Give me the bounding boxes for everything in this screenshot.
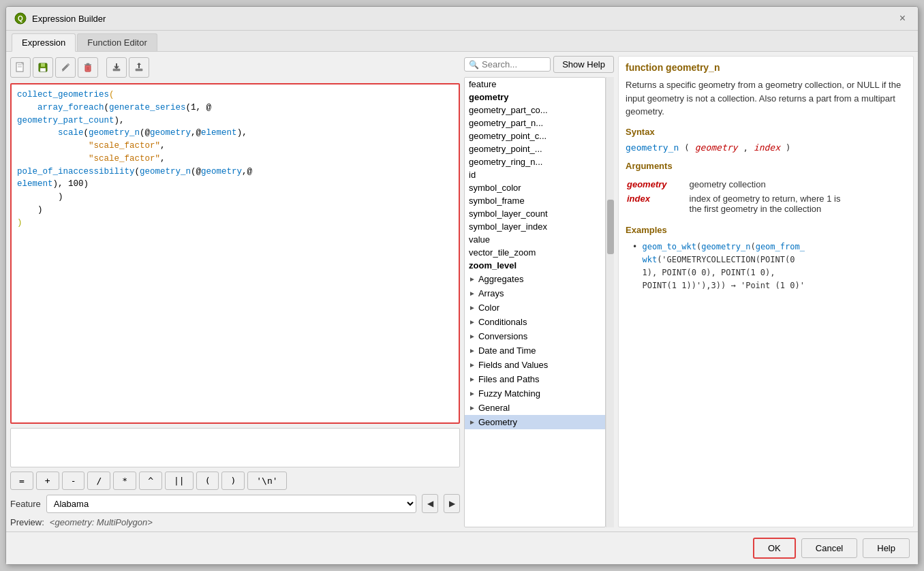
cat-conversions-arrow: ► <box>469 333 476 340</box>
tab-expression[interactable]: Expression <box>12 33 76 52</box>
middle-panel: 🔍 Show Help feature geometry geometry_pa… <box>464 56 614 527</box>
op-multiply[interactable]: * <box>113 472 136 490</box>
cat-aggregates-arrow: ► <box>469 275 476 283</box>
fn-item-geo-point[interactable]: geometry_point_... <box>465 142 605 155</box>
cat-geometry[interactable]: ► Geometry <box>465 415 605 429</box>
syntax-param1: geometry <box>695 142 738 153</box>
arguments-table: geometry geometry collection index index… <box>626 176 906 217</box>
cat-files-paths-label: Files and Paths <box>478 374 540 384</box>
cat-conversions[interactable]: ► Conversions <box>465 329 605 343</box>
feature-row: Feature Alabama ◀ ▶ <box>10 494 460 513</box>
fn-item-feature[interactable]: feature <box>465 78 605 91</box>
cat-general[interactable]: ► General <box>465 401 605 415</box>
cat-fields-values[interactable]: ► Fields and Values <box>465 358 605 372</box>
delete-button[interactable] <box>78 57 98 78</box>
feature-select[interactable]: Alabama <box>46 495 416 513</box>
op-caret[interactable]: ^ <box>139 472 162 490</box>
help-arguments-title: Arguments <box>626 161 906 171</box>
empty-editor-area[interactable] <box>10 428 460 467</box>
help-description: Returns a specific geometry from a geome… <box>626 78 906 119</box>
fn-item-geo-point-c[interactable]: geometry_point_c... <box>465 129 605 142</box>
fn-item-geo-ring-n[interactable]: geometry_ring_n... <box>465 155 605 168</box>
code-editor[interactable]: collect_geometries( array_foreach(genera… <box>10 83 460 424</box>
cat-date-time-arrow: ► <box>469 347 476 354</box>
fn-item-symbol-frame[interactable]: symbol_frame <box>465 194 605 207</box>
bottom-bar: OK Cancel Help <box>6 531 918 564</box>
op-plus[interactable]: + <box>36 472 59 490</box>
cat-arrays-arrow: ► <box>469 290 476 297</box>
help-syntax-title: Syntax <box>626 127 906 137</box>
op-minus[interactable]: - <box>62 472 85 490</box>
cat-conversions-label: Conversions <box>478 331 527 341</box>
cat-files-paths-arrow: ► <box>469 375 476 383</box>
cat-arrays-label: Arrays <box>478 288 504 298</box>
help-button[interactable]: Help <box>863 538 910 558</box>
prev-feature-button[interactable]: ◀ <box>422 494 438 513</box>
import-button[interactable] <box>106 57 127 78</box>
cat-general-arrow: ► <box>469 404 476 412</box>
next-feature-button[interactable]: ▶ <box>444 494 460 513</box>
svg-rect-8 <box>40 68 46 72</box>
svg-rect-7 <box>41 63 45 67</box>
new-button[interactable] <box>10 57 31 78</box>
cat-conditionals[interactable]: ► Conditionals <box>465 315 605 329</box>
app-icon: Q <box>14 12 27 25</box>
ok-button[interactable]: OK <box>753 538 796 559</box>
operators-row: = + - / * ^ || ( ) '\n' <box>10 472 460 490</box>
feature-label: Feature <box>10 499 41 509</box>
help-fn-name: function geometry_n <box>626 62 906 73</box>
tab-function-editor[interactable]: Function Editor <box>77 33 157 51</box>
search-input[interactable] <box>482 59 546 70</box>
preview-label: Preview: <box>10 517 44 527</box>
arg-row-index: index index of geometry to return, where… <box>627 192 905 215</box>
fn-item-zoom-level[interactable]: zoom_level <box>465 259 605 272</box>
syntax-fn-name: geometry_n <box>626 142 679 153</box>
arg-row-geometry: geometry geometry collection <box>627 178 905 191</box>
cat-general-label: General <box>478 403 510 413</box>
cat-color[interactable]: ► Color <box>465 300 605 315</box>
fn-item-id[interactable]: id <box>465 168 605 181</box>
fn-item-symbol-color[interactable]: symbol_color <box>465 181 605 194</box>
cat-arrays[interactable]: ► Arrays <box>465 286 605 300</box>
op-concat[interactable]: || <box>165 472 194 490</box>
cat-color-arrow: ► <box>469 304 476 311</box>
fn-item-vector-tile-zoom[interactable]: vector_tile_zoom <box>465 246 605 259</box>
svg-rect-15 <box>113 69 120 71</box>
cancel-button[interactable]: Cancel <box>801 538 857 558</box>
help-panel: function geometry_n Returns a specific g… <box>618 56 914 527</box>
list-scrollbar[interactable] <box>606 77 614 527</box>
edit-button[interactable] <box>55 57 76 78</box>
fn-item-symbol-layer-count[interactable]: symbol_layer_count <box>465 207 605 220</box>
cat-conditionals-label: Conditionals <box>478 317 527 327</box>
op-open-paren[interactable]: ( <box>196 472 219 490</box>
cat-date-time[interactable]: ► Date and Time <box>465 343 605 358</box>
show-help-button[interactable]: Show Help <box>553 56 614 73</box>
expression-builder-dialog: Q Expression Builder × Expression Functi… <box>5 6 919 565</box>
cat-aggregates[interactable]: ► Aggregates <box>465 272 605 286</box>
dialog-title: Expression Builder <box>32 14 106 24</box>
save-button[interactable] <box>33 57 53 78</box>
cat-files-paths[interactable]: ► Files and Paths <box>465 372 605 386</box>
search-input-wrap: 🔍 <box>464 57 551 72</box>
help-syntax: geometry_n ( geometry , index ) <box>626 142 906 153</box>
cat-fields-values-label: Fields and Values <box>478 360 548 370</box>
preview-row: Preview: <geometry: MultiPolygon> <box>10 517 460 527</box>
fn-item-value[interactable]: value <box>465 233 605 246</box>
arg-name-geometry: geometry <box>627 179 667 189</box>
close-button[interactable]: × <box>895 11 910 26</box>
svg-marker-21 <box>137 63 141 65</box>
search-icon: 🔍 <box>469 60 479 70</box>
list-scrollbar-thumb[interactable] <box>607 200 614 254</box>
fn-item-geometry[interactable]: geometry <box>465 91 605 104</box>
left-panel: collect_geometries( array_foreach(genera… <box>10 56 460 527</box>
export-button[interactable] <box>129 57 149 78</box>
fn-item-geo-part-n[interactable]: geometry_part_n... <box>465 117 605 129</box>
cat-fuzzy-matching[interactable]: ► Fuzzy Matching <box>465 386 605 401</box>
op-divide[interactable]: / <box>87 472 110 490</box>
op-equals[interactable]: = <box>10 472 33 490</box>
function-list-container: feature geometry geometry_part_co... geo… <box>464 77 614 527</box>
fn-item-symbol-layer-index[interactable]: symbol_layer_index <box>465 220 605 233</box>
fn-item-geo-part-co[interactable]: geometry_part_co... <box>465 104 605 117</box>
op-newline[interactable]: '\n' <box>247 472 286 490</box>
op-close-paren[interactable]: ) <box>221 472 245 490</box>
